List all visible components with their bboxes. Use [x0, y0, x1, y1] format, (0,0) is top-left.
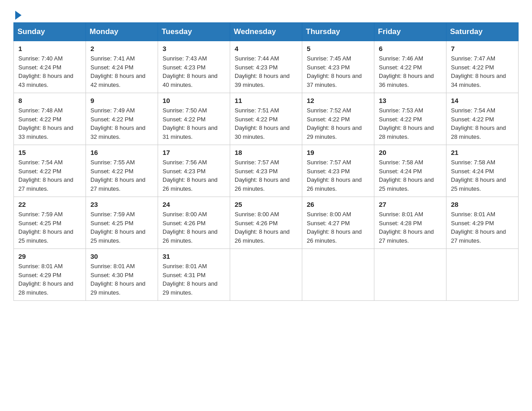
calendar-day-cell: 16Sunrise: 7:55 AMSunset: 4:22 PMDayligh…	[86, 145, 158, 197]
day-info: Sunrise: 7:54 AMSunset: 4:22 PMDaylight:…	[18, 158, 81, 193]
day-number: 25	[235, 201, 297, 208]
day-info: Sunrise: 7:57 AMSunset: 4:23 PMDaylight:…	[307, 158, 369, 193]
day-number: 2	[90, 45, 153, 52]
day-of-week-header: Friday	[374, 23, 446, 41]
day-number: 15	[18, 149, 81, 156]
day-info: Sunrise: 7:52 AMSunset: 4:22 PMDaylight:…	[307, 106, 369, 141]
day-info: Sunrise: 7:59 AMSunset: 4:25 PMDaylight:…	[90, 210, 153, 245]
day-info: Sunrise: 7:53 AMSunset: 4:22 PMDaylight:…	[379, 106, 442, 141]
day-number: 30	[90, 253, 153, 260]
calendar-day-cell: 9Sunrise: 7:49 AMSunset: 4:22 PMDaylight…	[86, 93, 158, 145]
calendar-day-cell: 20Sunrise: 7:58 AMSunset: 4:24 PMDayligh…	[374, 145, 446, 197]
day-number: 14	[451, 97, 514, 104]
day-info: Sunrise: 7:44 AMSunset: 4:23 PMDaylight:…	[235, 54, 297, 89]
day-number: 1	[18, 45, 81, 52]
calendar-day-cell: 26Sunrise: 8:00 AMSunset: 4:27 PMDayligh…	[302, 197, 374, 249]
calendar-day-cell: 19Sunrise: 7:57 AMSunset: 4:23 PMDayligh…	[302, 145, 374, 197]
calendar-day-cell: 4Sunrise: 7:44 AMSunset: 4:23 PMDaylight…	[230, 41, 302, 93]
day-number: 24	[163, 201, 225, 208]
day-info: Sunrise: 8:01 AMSunset: 4:29 PMDaylight:…	[18, 262, 81, 297]
calendar-week-row: 1Sunrise: 7:40 AMSunset: 4:24 PMDaylight…	[14, 41, 519, 93]
day-info: Sunrise: 7:40 AMSunset: 4:24 PMDaylight:…	[18, 54, 81, 89]
calendar-day-cell: 22Sunrise: 7:59 AMSunset: 4:25 PMDayligh…	[14, 197, 86, 249]
day-of-week-header: Thursday	[302, 23, 374, 41]
day-number: 26	[307, 201, 369, 208]
day-info: Sunrise: 7:45 AMSunset: 4:23 PMDaylight:…	[307, 54, 369, 89]
calendar-day-cell	[230, 249, 302, 301]
day-number: 12	[307, 97, 369, 104]
day-info: Sunrise: 7:58 AMSunset: 4:24 PMDaylight:…	[379, 158, 442, 193]
calendar-day-cell: 29Sunrise: 8:01 AMSunset: 4:29 PMDayligh…	[14, 249, 86, 301]
calendar-day-cell: 6Sunrise: 7:46 AMSunset: 4:22 PMDaylight…	[374, 41, 446, 93]
calendar-day-cell: 2Sunrise: 7:41 AMSunset: 4:24 PMDaylight…	[86, 41, 158, 93]
day-number: 8	[18, 97, 81, 104]
day-number: 6	[379, 45, 442, 52]
day-number: 9	[90, 97, 153, 104]
calendar-day-cell: 28Sunrise: 8:01 AMSunset: 4:29 PMDayligh…	[446, 197, 519, 249]
calendar-day-cell: 30Sunrise: 8:01 AMSunset: 4:30 PMDayligh…	[86, 249, 158, 301]
day-number: 4	[235, 45, 297, 52]
calendar-day-cell: 11Sunrise: 7:51 AMSunset: 4:22 PMDayligh…	[230, 93, 302, 145]
day-number: 31	[163, 253, 225, 260]
calendar-day-cell	[446, 249, 519, 301]
day-info: Sunrise: 7:48 AMSunset: 4:22 PMDaylight:…	[18, 106, 81, 141]
day-info: Sunrise: 7:59 AMSunset: 4:25 PMDaylight:…	[18, 210, 81, 245]
calendar-day-cell	[374, 249, 446, 301]
day-number: 7	[451, 45, 514, 52]
day-number: 5	[307, 45, 369, 52]
day-of-week-header: Sunday	[14, 23, 86, 41]
calendar-day-cell: 24Sunrise: 8:00 AMSunset: 4:26 PMDayligh…	[158, 197, 230, 249]
day-number: 29	[18, 253, 81, 260]
calendar-header: SundayMondayTuesdayWednesdayThursdayFrid…	[14, 23, 519, 41]
day-of-week-header: Tuesday	[158, 23, 230, 41]
calendar-day-cell: 14Sunrise: 7:54 AMSunset: 4:22 PMDayligh…	[446, 93, 519, 145]
calendar-week-row: 15Sunrise: 7:54 AMSunset: 4:22 PMDayligh…	[14, 145, 519, 197]
day-number: 22	[18, 201, 81, 208]
day-info: Sunrise: 7:47 AMSunset: 4:22 PMDaylight:…	[451, 54, 514, 89]
day-info: Sunrise: 8:00 AMSunset: 4:27 PMDaylight:…	[307, 210, 369, 245]
calendar-day-cell: 8Sunrise: 7:48 AMSunset: 4:22 PMDaylight…	[14, 93, 86, 145]
calendar-day-cell: 1Sunrise: 7:40 AMSunset: 4:24 PMDaylight…	[14, 41, 86, 93]
page-header	[13, 9, 519, 18]
calendar-day-cell: 5Sunrise: 7:45 AMSunset: 4:23 PMDaylight…	[302, 41, 374, 93]
calendar-week-row: 22Sunrise: 7:59 AMSunset: 4:25 PMDayligh…	[14, 197, 519, 249]
calendar-day-cell: 17Sunrise: 7:56 AMSunset: 4:23 PMDayligh…	[158, 145, 230, 197]
calendar-day-cell: 31Sunrise: 8:01 AMSunset: 4:31 PMDayligh…	[158, 249, 230, 301]
day-number: 16	[90, 149, 153, 156]
calendar-day-cell: 15Sunrise: 7:54 AMSunset: 4:22 PMDayligh…	[14, 145, 86, 197]
day-of-week-header: Saturday	[446, 23, 519, 41]
day-info: Sunrise: 7:50 AMSunset: 4:22 PMDaylight:…	[163, 106, 225, 141]
day-number: 3	[163, 45, 225, 52]
day-info: Sunrise: 7:58 AMSunset: 4:24 PMDaylight:…	[451, 158, 514, 193]
day-number: 19	[307, 149, 369, 156]
logo	[13, 9, 21, 18]
day-info: Sunrise: 7:46 AMSunset: 4:22 PMDaylight:…	[379, 54, 442, 89]
calendar-day-cell: 21Sunrise: 7:58 AMSunset: 4:24 PMDayligh…	[446, 145, 519, 197]
day-number: 11	[235, 97, 297, 104]
day-info: Sunrise: 7:43 AMSunset: 4:23 PMDaylight:…	[163, 54, 225, 89]
days-of-week-row: SundayMondayTuesdayWednesdayThursdayFrid…	[14, 23, 519, 41]
day-info: Sunrise: 8:00 AMSunset: 4:26 PMDaylight:…	[235, 210, 297, 245]
day-number: 23	[90, 201, 153, 208]
calendar-table: SundayMondayTuesdayWednesdayThursdayFrid…	[13, 22, 519, 301]
calendar-week-row: 8Sunrise: 7:48 AMSunset: 4:22 PMDaylight…	[14, 93, 519, 145]
day-number: 13	[379, 97, 442, 104]
day-info: Sunrise: 8:01 AMSunset: 4:29 PMDaylight:…	[451, 210, 514, 245]
calendar-day-cell: 27Sunrise: 8:01 AMSunset: 4:28 PMDayligh…	[374, 197, 446, 249]
calendar-week-row: 29Sunrise: 8:01 AMSunset: 4:29 PMDayligh…	[14, 249, 519, 301]
day-info: Sunrise: 7:55 AMSunset: 4:22 PMDaylight:…	[90, 158, 153, 193]
day-number: 10	[163, 97, 225, 104]
day-info: Sunrise: 7:54 AMSunset: 4:22 PMDaylight:…	[451, 106, 514, 141]
calendar-day-cell: 12Sunrise: 7:52 AMSunset: 4:22 PMDayligh…	[302, 93, 374, 145]
day-info: Sunrise: 7:49 AMSunset: 4:22 PMDaylight:…	[90, 106, 153, 141]
day-number: 21	[451, 149, 514, 156]
calendar-day-cell: 18Sunrise: 7:57 AMSunset: 4:23 PMDayligh…	[230, 145, 302, 197]
calendar-day-cell: 10Sunrise: 7:50 AMSunset: 4:22 PMDayligh…	[158, 93, 230, 145]
logo-arrow-icon	[15, 11, 21, 20]
day-number: 28	[451, 201, 514, 208]
day-info: Sunrise: 7:56 AMSunset: 4:23 PMDaylight:…	[163, 158, 225, 193]
calendar-day-cell: 7Sunrise: 7:47 AMSunset: 4:22 PMDaylight…	[446, 41, 519, 93]
day-info: Sunrise: 8:01 AMSunset: 4:30 PMDaylight:…	[90, 262, 153, 297]
day-number: 17	[163, 149, 225, 156]
calendar-day-cell: 25Sunrise: 8:00 AMSunset: 4:26 PMDayligh…	[230, 197, 302, 249]
